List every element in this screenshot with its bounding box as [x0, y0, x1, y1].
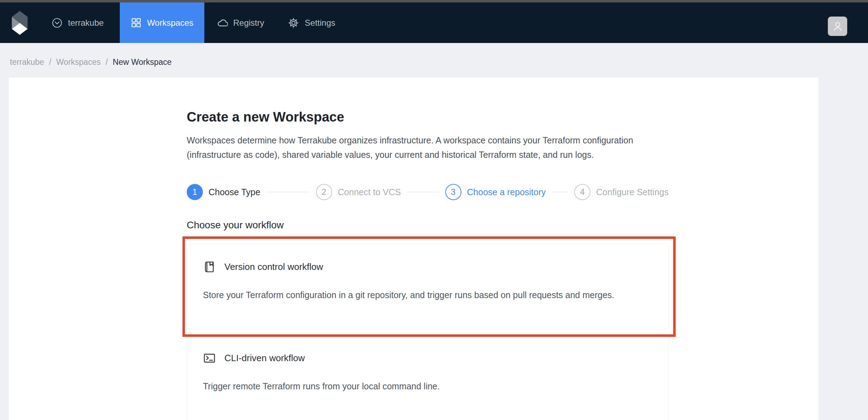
breadcrumb-item-workspaces[interactable]: Workspaces — [56, 57, 101, 67]
tab-label: Settings — [305, 18, 335, 28]
step-configure-settings: 4 Configure Settings — [574, 184, 669, 200]
workflow-card-cli-driven[interactable]: CLI-driven workflow Trigger remote Terra… — [187, 335, 669, 420]
terminal-icon — [203, 352, 216, 365]
window-top-strip — [0, 0, 868, 2]
cloud-icon — [217, 17, 228, 29]
content-panel: Create a new Workspace Workspaces determ… — [9, 78, 818, 420]
page-title: Create a new Workspace — [187, 109, 344, 126]
breadcrumb: terrakube / Workspaces / New Workspace — [10, 57, 172, 67]
breadcrumb-separator: / — [49, 57, 51, 67]
step-label: Choose Type — [209, 187, 260, 197]
book-icon — [203, 260, 216, 273]
step-number: 3 — [445, 184, 461, 200]
workflow-description: Store your Terraform configuration in a … — [203, 289, 652, 301]
step-choose-type: 1 Choose Type — [187, 184, 316, 200]
step-label: Connect to VCS — [338, 187, 401, 197]
step-label: Choose a repository — [467, 187, 546, 197]
tab-registry[interactable]: Registry — [206, 2, 275, 43]
step-number: 2 — [316, 184, 332, 200]
step-label: Configure Settings — [596, 187, 669, 197]
workflow-title: CLI-driven workflow — [224, 353, 305, 364]
top-navbar: terrakube Workspaces Registry — [0, 2, 868, 43]
workflow-card-header: Version control workflow — [203, 260, 652, 273]
step-connector — [407, 192, 439, 192]
user-avatar[interactable] — [828, 17, 847, 36]
tab-workspaces[interactable]: Workspaces — [120, 2, 204, 43]
steps-indicator: 1 Choose Type 2 Connect to VCS 3 Choose … — [187, 184, 669, 200]
breadcrumb-separator: / — [106, 57, 108, 67]
breadcrumb-item-terrakube[interactable]: terrakube — [10, 57, 44, 67]
gear-icon — [287, 17, 299, 29]
step-connector — [552, 192, 568, 192]
step-number: 1 — [187, 184, 203, 200]
tab-label: Workspaces — [147, 18, 193, 28]
section-heading: Choose your workflow — [187, 218, 284, 232]
step-choose-a-repository: 3 Choose a repository — [445, 184, 575, 200]
user-icon — [832, 20, 844, 32]
workflow-card-header: CLI-driven workflow — [203, 352, 652, 365]
down-circle-icon — [51, 17, 63, 29]
workflow-title: Version control workflow — [224, 261, 323, 272]
breadcrumb-item-current: New Workspace — [113, 57, 172, 67]
page-description: Workspaces determine how Terrakube organ… — [187, 133, 674, 162]
step-connector — [267, 192, 310, 192]
workflow-description: Trigger remote Terraform runs from your … — [203, 380, 652, 392]
step-number: 4 — [574, 184, 590, 200]
org-menu-label: terrakube — [68, 18, 104, 28]
appstore-icon — [131, 17, 142, 28]
step-connect-to-vcs: 2 Connect to VCS — [316, 184, 445, 200]
terrakube-logo — [11, 11, 29, 35]
workflow-card-version-control[interactable]: Version control workflow Store your Terr… — [187, 244, 669, 329]
org-menu-terrakube[interactable]: terrakube — [48, 2, 107, 43]
tab-settings[interactable]: Settings — [277, 2, 346, 43]
tab-label: Registry — [233, 18, 264, 28]
